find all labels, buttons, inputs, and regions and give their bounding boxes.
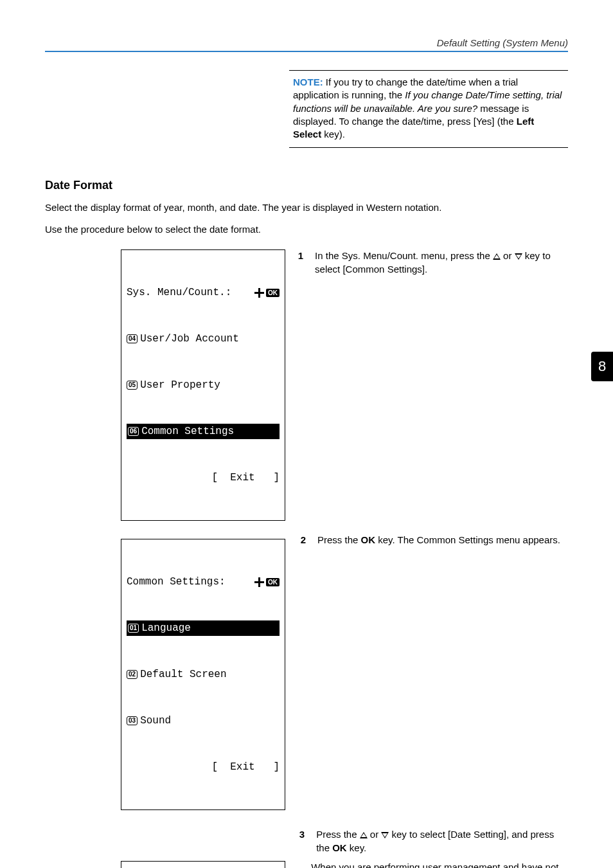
dpad-ok-icon: OK	[254, 577, 280, 587]
dpad-icon	[254, 577, 264, 587]
step-3-text: Press the or key to select [Date Setting…	[316, 828, 568, 854]
note-label: NOTE:	[293, 77, 323, 87]
step-3-cont-text: When you are performing user management …	[311, 861, 568, 868]
header-text: Default Setting (System Menu)	[437, 37, 568, 48]
idx-04-icon: 04	[127, 334, 138, 343]
note-box: NOTE: If you try to change the date/time…	[289, 70, 568, 148]
idx-03-icon: 03	[127, 716, 138, 725]
ok-icon: OK	[266, 578, 280, 586]
lcd-common-settings: Common Settings:OK 01Language 02Default …	[121, 539, 285, 810]
block-3a: 3 Press the or key to select [Date Setti…	[45, 828, 568, 854]
lcd2-item2: Default Screen	[140, 667, 226, 682]
section-title: Date Format	[45, 179, 568, 192]
down-icon	[381, 832, 389, 838]
step-3-num: 3	[297, 828, 305, 854]
intro-2: Use the procedure below to select the da…	[45, 223, 568, 236]
lcd-sys-menu: Sys. Menu/Count.:OK 04User/Job Account 0…	[121, 249, 285, 521]
step-1: 1 In the Sys. Menu/Count. menu, press th…	[297, 249, 568, 521]
block-2: Common Settings:OK 01Language 02Default …	[45, 539, 568, 810]
note-tail: key).	[321, 129, 345, 140]
dpad-icon	[254, 288, 264, 298]
up-icon	[360, 832, 368, 838]
dpad-ok-icon: OK	[254, 287, 280, 298]
lcd2-item3: Sound	[140, 713, 171, 728]
step-2-text: Press the OK key. The Common Settings me…	[317, 534, 560, 810]
step-1-num: 1	[297, 249, 303, 521]
down-icon	[515, 253, 522, 260]
intro-1: Select the display format of year, month…	[45, 201, 568, 214]
chapter-tab: 8	[591, 352, 613, 381]
lcd1-exit: [ Exit ]	[211, 470, 280, 485]
step-2: 2 Press the OK key. The Common Settings …	[297, 534, 568, 810]
lcd2-title: Common Settings:	[127, 574, 226, 590]
idx-05-icon: 05	[127, 381, 138, 390]
page-header: Default Setting (System Menu)	[45, 37, 568, 51]
ok-icon: OK	[266, 289, 280, 297]
header-rule	[45, 51, 568, 52]
lcd1-item5: User Property	[140, 377, 220, 393]
lcd2-exit: [ Exit ]	[211, 759, 280, 775]
step-3-cont: When you are performing user management …	[297, 861, 568, 868]
page: Default Setting (System Menu) NOTE: If y…	[0, 0, 613, 868]
step-3: 3 Press the or key to select [Date Setti…	[297, 828, 568, 854]
step-2-num: 2	[297, 534, 306, 810]
idx-01-icon: 01	[128, 624, 139, 633]
step-1-text: In the Sys. Menu/Count. menu, press the …	[315, 249, 568, 521]
lcd2-item1: Language	[141, 620, 191, 636]
idx-02-icon: 02	[127, 670, 138, 679]
idx-06-icon: 06	[128, 427, 139, 436]
up-icon	[493, 253, 501, 260]
lcd1-item6: Common Settings	[141, 424, 234, 439]
block-3b: Login User Name:OK Login Password: [ Log…	[45, 861, 568, 868]
lcd-login: Login User Name:OK Login Password: [ Log…	[121, 861, 285, 868]
lcd1-item4: User/Job Account	[140, 331, 239, 347]
block-1: Sys. Menu/Count.:OK 04User/Job Account 0…	[45, 249, 568, 521]
lcd1-title: Sys. Menu/Count.:	[127, 285, 231, 300]
